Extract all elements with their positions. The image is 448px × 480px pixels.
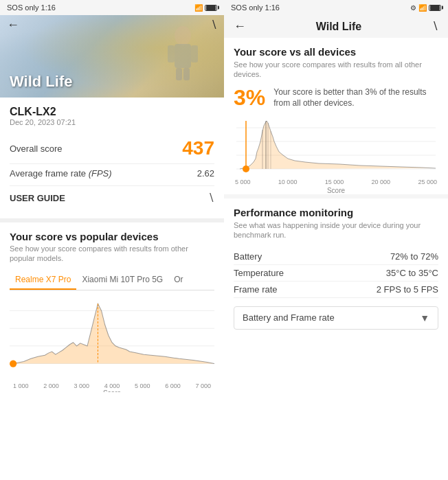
dropdown-label: Battery and Frame rate [243,312,335,323]
svg-rect-5 [183,68,190,80]
performance-section: Performance monitoring See what was happ… [224,198,448,480]
fps-value: 2.62 [197,168,214,179]
user-guide-row[interactable]: USER GUIDE ∖ [10,185,214,210]
dist-x-labels: 5 000 10 000 15 000 20 000 25 000 [234,179,438,185]
back-button-left[interactable]: ← [7,18,19,32]
score-vs-section: Your score vs all devices See how your s… [224,38,448,194]
percent-row: 3% Your score is better than 3% of the r… [234,87,438,110]
device-name: CLK-LX2 [10,106,214,118]
chart-x-labels: 1 000 2 000 3 000 4 000 5 000 6 000 7 00… [10,382,214,389]
score-vs-subtitle: See how your score compares with results… [234,60,438,80]
dist-x-title: Score [234,187,438,194]
status-text-left: SOS only 1:16 [7,3,56,12]
page-title-right: Wild Life [316,21,362,33]
popular-section: Your score vs popular devices See how yo… [0,222,224,480]
status-icons-left: 📶 [194,4,217,12]
left-panel: SOS only 1:16 📶 ← ∖ Wild Life CLK-LX2 De… [0,0,224,480]
settings-icon-right: ⚙ [410,4,416,12]
popular-chart: 1 000 2 000 3 000 4 000 5 000 6 000 7 00… [10,296,214,392]
hero-top-bar: ← ∖ [0,15,224,35]
wifi-icon-left: 📶 [194,4,203,12]
battery-icon-right [429,5,441,11]
share-button-left[interactable]: ∖ [210,19,217,32]
overall-score-label: Overall score [10,144,63,154]
popular-title: Your score vs popular devices [10,231,214,242]
svg-point-21 [243,165,249,172]
distribution-chart: 5 000 10 000 15 000 20 000 25 000 Score [234,117,438,186]
perf-dropdown[interactable]: Battery and Frame rate ▼ [234,306,438,330]
svg-point-10 [10,360,16,367]
perf-temp-val: 35°C to 35°C [386,268,438,278]
perf-temp-row: Temperature 35°C to 35°C [234,265,438,282]
share-button-right[interactable]: ∖ [432,20,438,33]
perf-battery-val: 72% to 72% [390,251,438,262]
perf-framerate-row: Frame rate 2 FPS to 5 FPS [234,282,438,298]
user-guide-label: USER GUIDE [10,193,65,203]
perf-battery-key: Battery [234,251,262,262]
status-text-right: SOS only 1:16 [231,3,280,12]
right-panel: SOS only 1:16 ⚙ 📶 ← Wild Life ∖ Your sco… [224,0,448,480]
dist-chart-svg [234,117,438,176]
svg-rect-4 [176,68,182,80]
user-guide-share-icon[interactable]: ∖ [208,192,214,205]
big-percent: 3% [234,87,265,108]
status-icons-right: ⚙ 📶 [410,4,441,12]
wifi-icon-right: 📶 [418,4,427,12]
back-button-right[interactable]: ← [234,19,246,34]
chevron-down-icon: ▼ [420,312,429,323]
popular-tabs: Realme X7 Pro Xiaomi Mi 10T Pro 5G Or [10,271,214,290]
fps-row: Average frame rate (FPS) 2.62 [10,164,214,183]
status-bar-left: SOS only 1:16 📶 [0,0,224,15]
right-header: ← Wild Life ∖ [224,15,448,38]
battery-icon-left [205,5,217,11]
svg-rect-1 [175,44,191,68]
perf-title: Performance monitoring [234,207,438,218]
device-date: Dec 20, 2023 07:21 [10,118,214,126]
perf-framerate-val: 2 FPS to 5 FPS [377,284,438,295]
tab-realme[interactable]: Realme X7 Pro [10,271,76,290]
tab-other[interactable]: Or [168,271,188,290]
device-info-section: CLK-LX2 Dec 20, 2023 07:21 Overall score… [0,98,224,222]
perf-temp-key: Temperature [234,268,284,278]
svg-rect-2 [168,45,175,62]
chart-x-title: Score [10,389,214,392]
svg-rect-3 [191,45,198,62]
overall-score-row: Overall score 437 [10,133,214,164]
overall-score-value: 437 [182,137,214,159]
popular-chart-svg [10,296,214,378]
hero-section: ← ∖ Wild Life [0,15,224,98]
hero-title: Wild Life [10,73,72,91]
status-bar-right: SOS only 1:16 ⚙ 📶 [224,0,448,15]
perf-subtitle: See what was happening inside your devic… [234,220,438,240]
fps-label: Average frame rate (FPS) [10,168,112,179]
perf-framerate-key: Frame rate [234,284,278,295]
score-vs-title: Your score vs all devices [234,46,438,58]
tab-xiaomi[interactable]: Xiaomi Mi 10T Pro 5G [76,271,168,290]
perf-battery-row: Battery 72% to 72% [234,249,438,265]
percent-desc: Your score is better than 3% of the resu… [273,87,438,110]
popular-subtitle: See how your score compares with results… [10,244,214,264]
